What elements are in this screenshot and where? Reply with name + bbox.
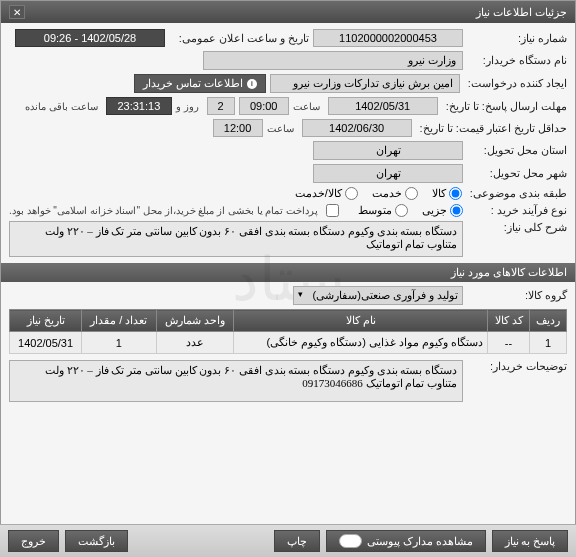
time-word-2: ساعت bbox=[267, 123, 294, 134]
reply-deadline-date: 1402/05/31 bbox=[328, 97, 438, 115]
close-icon[interactable]: ✕ bbox=[9, 5, 25, 19]
buyer-note-textarea[interactable] bbox=[9, 360, 463, 402]
category-service-radio[interactable] bbox=[405, 187, 418, 200]
validity-time: 12:00 bbox=[213, 119, 263, 137]
items-section-header: اطلاعات کالاهای مورد نیاز bbox=[1, 263, 575, 282]
city-value: تهران bbox=[313, 164, 463, 183]
attachments-count: 0 bbox=[339, 534, 363, 548]
attachments-button-label: مشاهده مدارک پیوستی bbox=[367, 535, 473, 548]
category-radio-group: کالا خدمت کالا/خدمت bbox=[295, 187, 462, 200]
goods-group-value: تولید و فرآوری صنعتی(سفارشی) bbox=[313, 289, 459, 301]
info-icon: i bbox=[247, 79, 257, 89]
process-low-option[interactable]: جزیی bbox=[422, 204, 463, 217]
window-title: جزئیات اطلاعات نیاز bbox=[476, 6, 567, 19]
cell-unit: عدد bbox=[156, 332, 234, 354]
process-mid-label: متوسط bbox=[358, 204, 392, 217]
buyer-org-value: وزارت نیرو bbox=[203, 51, 463, 70]
back-button-label: بازگشت bbox=[78, 535, 115, 547]
reply-deadline-label: مهلت ارسال پاسخ: تا تاریخ: bbox=[442, 100, 567, 113]
col-need-date: تاریخ نیاز bbox=[10, 310, 82, 332]
category-goods-label: کالا bbox=[432, 187, 446, 200]
remain-word: ساعت باقی مانده bbox=[25, 101, 98, 112]
table-header-row: ردیف کد کالا نام کالا واحد شمارش تعداد /… bbox=[10, 310, 567, 332]
process-low-radio[interactable] bbox=[450, 204, 463, 217]
items-table: ردیف کد کالا نام کالا واحد شمارش تعداد /… bbox=[9, 309, 567, 354]
col-unit: واحد شمارش bbox=[156, 310, 234, 332]
category-both-radio[interactable] bbox=[345, 187, 358, 200]
cell-qty: 1 bbox=[82, 332, 156, 354]
description-textarea[interactable] bbox=[9, 221, 463, 257]
days-word: روز و bbox=[176, 101, 199, 112]
table-row[interactable]: 1 -- دستگاه وکیوم مواد غذایی (دستگاه وکی… bbox=[10, 332, 567, 354]
description-label: شرح کلی نیاز: bbox=[467, 221, 567, 234]
contact-info-button[interactable]: i اطلاعات تماس خریدار bbox=[134, 74, 266, 93]
validity-label: حداقل تاریخ اعتبار قیمت: تا تاریخ: bbox=[416, 122, 567, 135]
back-button[interactable]: بازگشت bbox=[65, 530, 128, 552]
announce-datetime-value: 1402/05/28 - 09:26 bbox=[15, 29, 165, 47]
exit-button-label: خروج bbox=[21, 535, 46, 547]
process-mid-option[interactable]: متوسط bbox=[358, 204, 408, 217]
countdown-timer: 23:31:13 bbox=[106, 97, 172, 115]
buyer-note-label: توضیحات خریدار: bbox=[467, 360, 567, 373]
process-mid-radio[interactable] bbox=[395, 204, 408, 217]
need-number-value: 1102000002000453 bbox=[313, 29, 463, 47]
city-label: شهر محل تحویل: bbox=[467, 167, 567, 180]
goods-group-select[interactable]: تولید و فرآوری صنعتی(سفارشی) bbox=[293, 286, 463, 305]
treasury-checkbox[interactable] bbox=[326, 204, 339, 217]
process-type-label: نوع فرآیند خرید : bbox=[467, 204, 567, 217]
col-row: ردیف bbox=[529, 310, 566, 332]
announce-datetime-label: تاریخ و ساعت اعلان عمومی: bbox=[169, 32, 309, 45]
buyer-org-label: نام دستگاه خریدار: bbox=[467, 54, 567, 67]
col-qty: تعداد / مقدار bbox=[82, 310, 156, 332]
category-goods-radio[interactable] bbox=[449, 187, 462, 200]
print-button[interactable]: چاپ bbox=[274, 530, 320, 552]
creator-label: ایجاد کننده درخواست: bbox=[464, 77, 567, 90]
days-remaining: 2 bbox=[207, 97, 235, 115]
reply-button-label: پاسخ به نیاز bbox=[505, 535, 556, 547]
process-radio-group: جزیی متوسط bbox=[358, 204, 463, 217]
footer-bar: پاسخ به نیاز مشاهده مدارک پیوستی 0 چاپ ب… bbox=[0, 524, 576, 557]
cell-need-date: 1402/05/31 bbox=[10, 332, 82, 354]
creator-value: امین برش نیازی تدارکات وزارت نیرو bbox=[270, 74, 460, 93]
need-number-label: شماره نیاز: bbox=[467, 32, 567, 45]
col-name: نام کالا bbox=[234, 310, 488, 332]
validity-date: 1402/06/30 bbox=[302, 119, 412, 137]
category-both-label: کالا/خدمت bbox=[295, 187, 342, 200]
treasury-note: پرداخت تمام یا بخشی از مبلغ خرید،از محل … bbox=[9, 205, 318, 216]
category-service-label: خدمت bbox=[372, 187, 402, 200]
province-value: تهران bbox=[313, 141, 463, 160]
process-low-label: جزیی bbox=[422, 204, 447, 217]
exit-button[interactable]: خروج bbox=[8, 530, 59, 552]
reply-button[interactable]: پاسخ به نیاز bbox=[492, 530, 569, 552]
col-code: کد کالا bbox=[488, 310, 530, 332]
category-service-option[interactable]: خدمت bbox=[372, 187, 418, 200]
window-title-bar: جزئیات اطلاعات نیاز ✕ bbox=[1, 1, 575, 23]
attachments-button[interactable]: مشاهده مدارک پیوستی 0 bbox=[326, 530, 486, 552]
cell-code: -- bbox=[488, 332, 530, 354]
category-goods-option[interactable]: کالا bbox=[432, 187, 462, 200]
time-word-1: ساعت bbox=[293, 101, 320, 112]
contact-info-label: اطلاعات تماس خریدار bbox=[143, 77, 243, 90]
category-label: طبقه بندی موضوعی: bbox=[466, 187, 567, 200]
goods-group-label: گروه کالا: bbox=[467, 289, 567, 302]
cell-row: 1 bbox=[529, 332, 566, 354]
cell-name: دستگاه وکیوم مواد غذایی (دستگاه وکیوم خا… bbox=[234, 332, 488, 354]
reply-deadline-time: 09:00 bbox=[239, 97, 289, 115]
print-button-label: چاپ bbox=[287, 535, 307, 547]
category-both-option[interactable]: کالا/خدمت bbox=[295, 187, 358, 200]
province-label: استان محل تحویل: bbox=[467, 144, 567, 157]
